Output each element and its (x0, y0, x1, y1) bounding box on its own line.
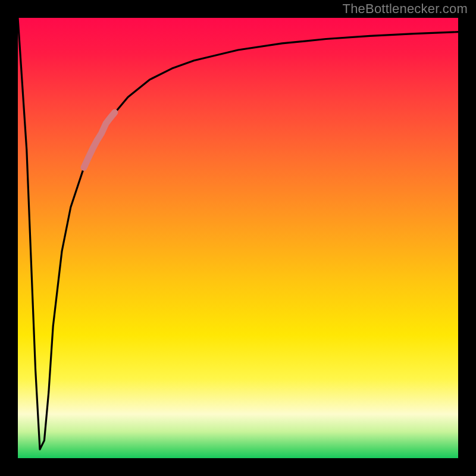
plot-area (18, 18, 458, 458)
curve-layer (18, 18, 458, 458)
bottleneck-curve (18, 18, 458, 449)
highlight-segment (84, 112, 115, 168)
chart-frame: TheBottlenecker.com (0, 0, 476, 476)
attribution-label: TheBottlenecker.com (343, 1, 468, 17)
